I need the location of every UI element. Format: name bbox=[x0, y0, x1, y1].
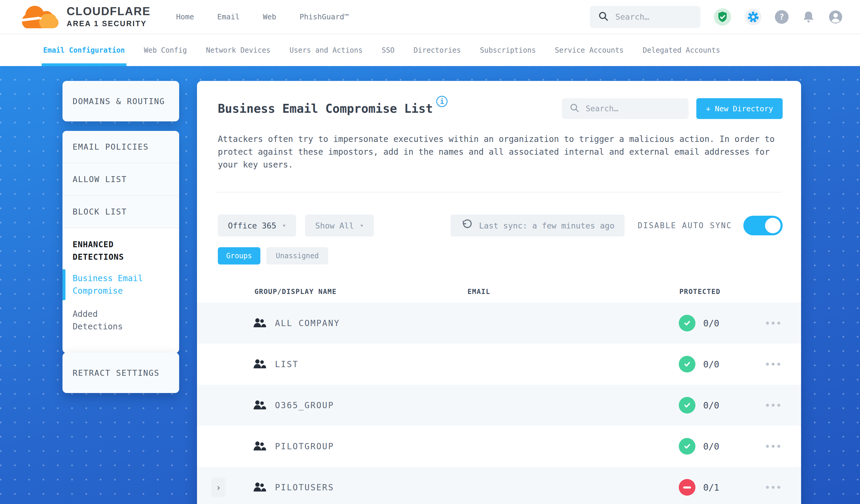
row-actions-menu[interactable] bbox=[765, 318, 782, 328]
auto-sync-label: DISABLE AUTO SYNC bbox=[638, 221, 732, 230]
protected-ok-icon bbox=[679, 397, 696, 414]
enhanced-detections-title: ENHANCED DETECTIONS bbox=[73, 238, 150, 263]
toggle-knob bbox=[765, 218, 780, 233]
protected-count: 0/0 bbox=[703, 318, 719, 329]
row-actions-menu[interactable] bbox=[765, 482, 782, 492]
sidebar-item-allow-list[interactable]: ALLOW LIST bbox=[62, 163, 179, 196]
row-actions-menu[interactable] bbox=[765, 441, 782, 451]
sidebar-item-added-detections[interactable]: Added Detections bbox=[73, 308, 147, 333]
view-tabs: Groups Unassigned bbox=[218, 247, 801, 264]
tab-users-and-actions[interactable]: Users and Actions bbox=[289, 34, 363, 66]
protected-ok-icon bbox=[679, 315, 696, 331]
tab-web-config[interactable]: Web Config bbox=[144, 34, 187, 66]
tab-network-devices[interactable]: Network Devices bbox=[206, 34, 271, 66]
help-button[interactable]: ? bbox=[775, 10, 789, 24]
top-header: CLOUDFLARE AREA 1 SECURITY Home Email We… bbox=[0, 0, 860, 34]
brand-name: CLOUDFLARE bbox=[67, 6, 150, 17]
row-actions-menu[interactable] bbox=[765, 400, 782, 410]
protected-cell: 0/0 bbox=[679, 438, 719, 455]
table-row-list[interactable]: LIST 0/0 bbox=[197, 344, 801, 385]
table-row-all-company[interactable]: ALL COMPANY 0/0 bbox=[197, 303, 801, 344]
sidebar-card-policies: EMAIL POLICIES ALLOW LIST BLOCK LIST ENH… bbox=[62, 131, 179, 353]
info-icon[interactable]: i bbox=[436, 96, 447, 107]
auto-sync-toggle[interactable] bbox=[743, 216, 783, 235]
sidebar-item-retract-settings[interactable]: RETRACT SETTINGS bbox=[73, 368, 159, 377]
sidebar-card-retract-settings[interactable]: RETRACT SETTINGS bbox=[62, 352, 179, 393]
protected-ok-icon bbox=[679, 356, 696, 373]
tab-email-configuration[interactable]: Email Configuration bbox=[43, 34, 125, 66]
sidebar-card-domains-routing[interactable]: DOMAINS & ROUTING bbox=[62, 81, 179, 121]
notifications-button[interactable] bbox=[802, 10, 815, 24]
sidebar-section-enhanced-detections: ENHANCED DETECTIONS Business Email Compr… bbox=[62, 228, 179, 345]
page-title: Business Email Compromise List bbox=[218, 102, 433, 115]
table-row-pilotgroup[interactable]: PILOTGROUP 0/0 bbox=[197, 426, 801, 467]
table-header: GROUP/DISPLAY NAME EMAIL PROTECTED bbox=[197, 288, 801, 303]
topnav-email[interactable]: Email bbox=[217, 13, 240, 21]
global-search-input[interactable] bbox=[615, 12, 693, 21]
show-filter-value: Show All bbox=[315, 221, 354, 230]
topnav-home[interactable]: Home bbox=[176, 13, 194, 21]
group-icon bbox=[253, 482, 266, 493]
expand-row-button[interactable]: › bbox=[211, 477, 226, 497]
tab-subscriptions[interactable]: Subscriptions bbox=[480, 34, 536, 66]
sidebar-item-domains-routing[interactable]: DOMAINS & ROUTING bbox=[73, 97, 165, 106]
gear-icon bbox=[745, 8, 762, 26]
tab-groups[interactable]: Groups bbox=[218, 247, 260, 264]
row-actions-menu[interactable] bbox=[765, 359, 782, 369]
question-icon: ? bbox=[775, 10, 789, 24]
list-search[interactable] bbox=[562, 98, 689, 119]
protected-cell: 0/1 bbox=[679, 479, 719, 496]
show-filter-select[interactable]: Show All ▾ bbox=[305, 215, 374, 236]
groups-table: ALL COMPANY 0/0 bbox=[197, 303, 801, 504]
search-icon bbox=[598, 11, 610, 24]
table-row-pilotusers[interactable]: › PILOTUSERS 0/1 bbox=[197, 467, 801, 504]
chevron-down-icon: ▾ bbox=[360, 222, 364, 229]
cloudflare-logo[interactable]: CLOUDFLARE AREA 1 SECURITY bbox=[17, 3, 150, 31]
group-name: ALL COMPANY bbox=[275, 318, 340, 328]
table-row-o365-group[interactable]: O365_GROUP 0/0 bbox=[197, 385, 801, 426]
page-background: DOMAINS & ROUTING EMAIL POLICIES ALLOW L… bbox=[0, 66, 860, 504]
config-nav: Email Configuration Web Config Network D… bbox=[0, 34, 860, 66]
tab-directories[interactable]: Directories bbox=[414, 34, 461, 66]
tab-sso[interactable]: SSO bbox=[382, 34, 394, 66]
cloudflare-cloud-icon bbox=[17, 3, 62, 31]
protected-ok-icon bbox=[679, 438, 696, 455]
group-name: PILOTGROUP bbox=[275, 442, 334, 451]
sidebar-item-business-email-compromise[interactable]: Business Email Compromise bbox=[73, 272, 147, 297]
group-name: O365_GROUP bbox=[275, 401, 334, 410]
account-button[interactable] bbox=[829, 10, 843, 24]
protected-count: 0/1 bbox=[703, 482, 719, 493]
protected-cell: 0/0 bbox=[679, 397, 719, 414]
protected-count: 0/0 bbox=[703, 441, 719, 452]
brand-subtitle: AREA 1 SECURITY bbox=[67, 19, 150, 28]
protected-cell: 0/0 bbox=[679, 315, 719, 331]
app-window: CLOUDFLARE AREA 1 SECURITY Home Email We… bbox=[0, 0, 860, 504]
security-status-button[interactable] bbox=[714, 8, 731, 26]
group-icon bbox=[253, 318, 266, 329]
global-search[interactable] bbox=[590, 6, 701, 28]
user-icon bbox=[829, 10, 843, 24]
directory-select[interactable]: Office 365 ▾ bbox=[218, 215, 296, 236]
top-nav: Home Email Web PhishGuard™ bbox=[176, 13, 349, 21]
topnav-phishguard[interactable]: PhishGuard™ bbox=[299, 13, 349, 21]
tab-delegated-accounts[interactable]: Delegated Accounts bbox=[643, 34, 720, 66]
sidebar-item-block-list[interactable]: BLOCK LIST bbox=[62, 196, 179, 228]
topnav-web[interactable]: Web bbox=[263, 13, 276, 21]
settings-button[interactable] bbox=[745, 8, 762, 26]
tab-unassigned[interactable]: Unassigned bbox=[266, 247, 329, 264]
divider bbox=[217, 192, 782, 192]
list-search-input[interactable] bbox=[586, 104, 682, 113]
panel-header: Business Email Compromise List i + New D… bbox=[197, 81, 801, 119]
group-name: LIST bbox=[275, 359, 299, 369]
last-sync-text: Last sync: a few minutes ago bbox=[479, 221, 615, 230]
sidebar-item-label: EMAIL POLICIES bbox=[73, 142, 149, 152]
bell-icon bbox=[802, 10, 815, 24]
filter-bar: Office 365 ▾ Show All ▾ Last sync: a few… bbox=[218, 215, 783, 236]
last-sync-button[interactable]: Last sync: a few minutes ago bbox=[450, 215, 625, 236]
new-directory-button[interactable]: + New Directory bbox=[696, 98, 783, 119]
group-name: PILOTUSERS bbox=[275, 483, 334, 492]
protected-cell: 0/0 bbox=[679, 356, 719, 373]
column-group-display-name: GROUP/DISPLAY NAME bbox=[255, 288, 336, 296]
tab-service-accounts[interactable]: Service Accounts bbox=[555, 34, 624, 66]
sidebar-item-email-policies[interactable]: EMAIL POLICIES bbox=[62, 131, 179, 163]
